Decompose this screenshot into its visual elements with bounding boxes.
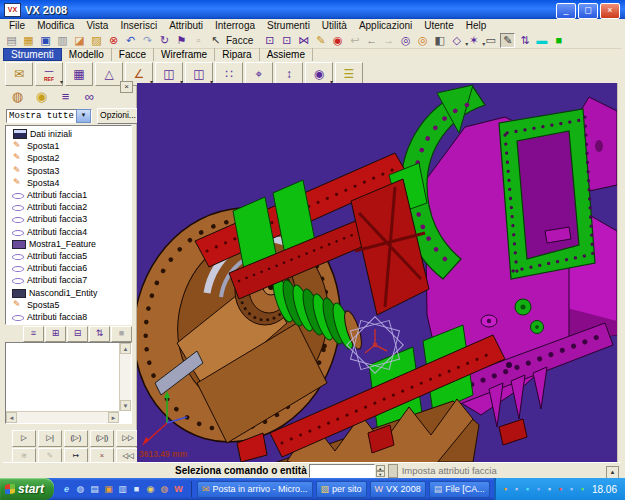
mesh-ball-icon[interactable]: ◉: [305, 62, 333, 86]
folder-icon[interactable]: ▨: [89, 33, 104, 48]
task-posta[interactable]: ✉ Posta in arrivo - Micro...: [197, 481, 313, 498]
vertical-scrollbar[interactable]: ▲ ▼: [119, 343, 131, 411]
ref-geometry-icon[interactable]: ─ REF: [35, 62, 63, 86]
menu-item[interactable]: Attributi: [163, 20, 209, 31]
sort-view-icon[interactable]: ⇅: [89, 326, 110, 342]
tree-item[interactable]: Dati iniziali: [6, 128, 131, 140]
play-icon[interactable]: ▷: [12, 430, 36, 447]
layers-icon[interactable]: ≡: [55, 88, 76, 105]
task-file[interactable]: ▤ File [CA...: [429, 481, 490, 498]
view-cube-icon[interactable]: ◇: [449, 33, 464, 48]
edit-note-icon[interactable]: ✎: [313, 33, 328, 48]
half-view-icon[interactable]: ◧: [432, 33, 447, 48]
face-color-icon[interactable]: ■: [551, 33, 566, 48]
tray-update-icon[interactable]: ▪: [522, 484, 533, 494]
minimize-button[interactable]: _: [556, 3, 576, 19]
camera-icon[interactable]: ◉: [330, 33, 345, 48]
stop-view-icon[interactable]: ■: [111, 326, 132, 342]
ribbon-tab[interactable]: Modello: [62, 48, 112, 61]
forward-icon[interactable]: →: [381, 33, 396, 48]
line-color-icon[interactable]: ▬: [534, 33, 549, 48]
redo-icon[interactable]: ↷: [140, 33, 155, 48]
tray-mail-icon[interactable]: ▪: [500, 484, 511, 494]
scroll-up-icon[interactable]: ▲: [120, 343, 131, 354]
tray-volume-icon[interactable]: ▪: [544, 484, 555, 494]
close-button[interactable]: ×: [600, 3, 620, 19]
spinner-down-icon[interactable]: ▼: [376, 471, 385, 477]
tree-item[interactable]: Attributi faccia6: [6, 262, 131, 274]
annotate-tool-icon[interactable]: ✉: [5, 62, 33, 86]
browser-icon[interactable]: ◍: [158, 482, 171, 497]
measure-point-icon[interactable]: ⌖: [245, 62, 273, 86]
tree-item[interactable]: Attributi faccia1: [6, 189, 131, 201]
mail-icon[interactable]: ▣: [102, 482, 115, 497]
task-vx[interactable]: W VX 2008: [370, 481, 426, 498]
view-wheel-icon[interactable]: ✶: [466, 33, 481, 48]
glasses-icon[interactable]: ∞: [79, 88, 100, 105]
menu-item[interactable]: Utilità: [316, 20, 353, 31]
render-monitor-icon[interactable]: ⊡: [279, 33, 294, 48]
measure-height-icon[interactable]: ↕: [275, 62, 303, 86]
tree-item[interactable]: Sposta3: [6, 165, 131, 177]
ribbon-tab[interactable]: Facce: [112, 48, 154, 61]
menu-item[interactable]: Inserisci: [114, 20, 163, 31]
ribbon-tab[interactable]: Assieme: [260, 48, 313, 61]
zoom-window-icon[interactable]: ◎: [398, 33, 413, 48]
tree-item[interactable]: Attributi faccia5: [6, 250, 131, 262]
command-input[interactable]: [309, 464, 375, 478]
filter-dropdown[interactable]: Mostra tutte ▼: [6, 109, 92, 123]
pattern-icon[interactable]: ∷: [215, 62, 243, 86]
play-to-icon[interactable]: ▷|: [38, 430, 62, 447]
task-per-sito[interactable]: ▨ per sito: [316, 481, 367, 498]
ribbon-tab[interactable]: Strumenti: [3, 48, 62, 61]
print-icon[interactable]: ▥: [55, 33, 70, 48]
regen-icon[interactable]: ↻: [157, 33, 172, 48]
sketch-pencil-icon[interactable]: ✎: [500, 33, 515, 48]
paint-icon[interactable]: ■: [130, 482, 143, 497]
new-icon[interactable]: ▤: [4, 33, 19, 48]
menu-item[interactable]: Applicazioni: [353, 20, 418, 31]
tree-item[interactable]: Sposta1: [6, 140, 131, 152]
ie-icon[interactable]: e: [60, 482, 73, 497]
tray-display-icon[interactable]: ▪: [511, 484, 522, 494]
menu-item[interactable]: Vista: [80, 20, 114, 31]
tree-item[interactable]: Attributi faccia8: [6, 311, 131, 323]
align-copy-icon[interactable]: ◫: [185, 62, 213, 86]
tree-item[interactable]: Attributi faccia7: [6, 274, 131, 286]
grid-table-icon[interactable]: ▦: [65, 62, 93, 86]
scroll-right-icon[interactable]: ►: [108, 412, 119, 423]
media-icon[interactable]: ▥: [116, 482, 129, 497]
3d-viewport[interactable]: 3613.49 mm: [137, 83, 617, 462]
layer-stack-icon[interactable]: ☰: [335, 62, 363, 86]
tray-network-icon[interactable]: ▪: [533, 484, 544, 494]
tree-item[interactable]: Attributi faccia3: [6, 213, 131, 225]
graph-view-icon[interactable]: ⊟: [67, 326, 88, 342]
tray-antivirus-icon[interactable]: ▪: [555, 484, 566, 494]
swap-view-icon[interactable]: ⇅: [517, 33, 532, 48]
chevron-down-icon[interactable]: ▼: [76, 109, 91, 123]
align-move-icon[interactable]: ◫: [155, 62, 183, 86]
tree-item[interactable]: Sposta2: [6, 152, 131, 164]
menu-item[interactable]: Strumenti: [261, 20, 316, 31]
tray-lang-icon[interactable]: ▪: [566, 484, 577, 494]
open-icon[interactable]: ▦: [21, 33, 36, 48]
tree-view-icon[interactable]: ⊞: [45, 326, 66, 342]
desktop-icon[interactable]: ◍: [74, 482, 87, 497]
tree-item[interactable]: Sposta4: [6, 177, 131, 189]
options-button[interactable]: Opzioni...: [97, 108, 139, 124]
menu-item[interactable]: Utente: [418, 20, 459, 31]
back-icon[interactable]: ←: [364, 33, 379, 48]
menu-item[interactable]: Help: [460, 20, 493, 31]
clip-icon[interactable]: ▭: [483, 33, 498, 48]
datum-plane-icon[interactable]: △: [95, 62, 123, 86]
tray-agent-icon[interactable]: ▪: [577, 484, 588, 494]
erase-icon[interactable]: ◪: [72, 33, 87, 48]
play-all-to-icon[interactable]: (▷|): [90, 430, 114, 447]
menu-item[interactable]: File: [3, 20, 31, 31]
save-icon[interactable]: ▣: [38, 33, 53, 48]
tree-item[interactable]: Attributi faccia4: [6, 226, 131, 238]
stamp-icon[interactable]: ◉: [31, 88, 52, 105]
display-monitor-icon[interactable]: ⊡: [262, 33, 277, 48]
tree-item[interactable]: Sposta5: [6, 299, 131, 311]
notepad-icon[interactable]: ▤: [88, 482, 101, 497]
